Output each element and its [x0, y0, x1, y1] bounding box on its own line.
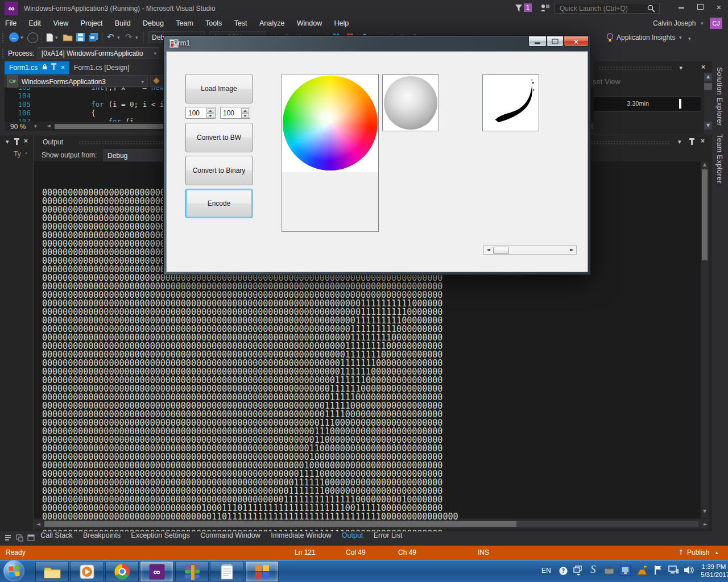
- width-stepper-down[interactable]: [206, 113, 214, 118]
- tab-call-stack[interactable]: Call Stack: [40, 531, 72, 539]
- output-vscrollbar[interactable]: ▲ ▼: [701, 161, 709, 518]
- load-image-button[interactable]: Load Image: [185, 74, 253, 103]
- save-all-icon[interactable]: [89, 33, 98, 43]
- output-hscrollbar[interactable]: ◄ ►: [34, 519, 709, 529]
- scroll-up-icon[interactable]: ▲: [704, 73, 712, 81]
- menu-window[interactable]: Window: [292, 17, 327, 30]
- convert-to-bw-button[interactable]: Convert to BW: [185, 123, 253, 152]
- menu-build[interactable]: Build: [110, 17, 136, 30]
- tab-immediate-window[interactable]: Immediate Window: [271, 531, 331, 539]
- tray-volume-icon[interactable]: [684, 566, 694, 576]
- tab-form1-cs-design[interactable]: Form1.cs [Design]: [68, 61, 135, 74]
- toolbar-drag-handle[interactable]: [2, 32, 4, 43]
- form-hscrollbar[interactable]: ◄ ►: [483, 245, 577, 255]
- tray-flag-icon[interactable]: [653, 565, 663, 577]
- output-pin-icon[interactable]: [691, 140, 693, 145]
- menu-view[interactable]: View: [48, 17, 73, 30]
- form-scroll-right-icon[interactable]: ►: [570, 247, 574, 253]
- output-scroll-down-icon[interactable]: ▼: [701, 508, 709, 515]
- tab-close-icon[interactable]: ×: [61, 64, 65, 72]
- height-stepper[interactable]: 100: [220, 107, 250, 119]
- tab-command-window[interactable]: Command Window: [200, 531, 260, 539]
- publish-caret-icon[interactable]: ▴: [715, 546, 718, 560]
- tray-network-icon[interactable]: [668, 566, 679, 576]
- tab-breakpoints[interactable]: Breakpoints: [83, 531, 121, 539]
- tray-help-icon[interactable]: ?: [559, 566, 568, 577]
- taskbar-winrar-button[interactable]: [175, 561, 209, 582]
- menu-test[interactable]: Test: [229, 17, 253, 30]
- form-hscrollbar-thumb[interactable]: [493, 247, 509, 254]
- redo-caret-icon[interactable]: ▾: [135, 35, 138, 40]
- output-scroll-right-icon[interactable]: ►: [704, 521, 708, 527]
- toolbar-overflow-icon[interactable]: ▾: [688, 36, 691, 41]
- application-insights-caret-icon[interactable]: ▾: [679, 35, 682, 40]
- form-close-button[interactable]: ×: [564, 36, 589, 47]
- width-stepper[interactable]: 100: [185, 107, 216, 119]
- notifications-icon[interactable]: [515, 4, 523, 14]
- taskbar-explorer-button[interactable]: [35, 561, 69, 582]
- tab-solution-explorer[interactable]: Solution Explorer: [715, 67, 723, 126]
- height-stepper-up[interactable]: [241, 108, 249, 113]
- start-button[interactable]: [3, 560, 24, 581]
- taskbar-chrome-button[interactable]: [105, 561, 139, 582]
- output-close-icon[interactable]: ×: [701, 137, 705, 145]
- menu-help[interactable]: Help: [329, 17, 354, 30]
- tab-error-list[interactable]: Error List: [374, 531, 403, 539]
- tray-clock[interactable]: 1:39 PM 5/31/2017: [701, 563, 727, 579]
- new-file-icon[interactable]: [46, 33, 54, 44]
- tray-briefcase-icon[interactable]: [604, 567, 614, 576]
- panel-list-icon[interactable]: [5, 534, 11, 543]
- output-hscrollbar-thumb[interactable]: [44, 521, 516, 527]
- restore-button[interactable]: [692, 0, 709, 15]
- save-icon[interactable]: [76, 33, 85, 43]
- tray-language[interactable]: EN: [541, 560, 551, 582]
- navigate-back-caret-icon[interactable]: ▾: [20, 35, 23, 40]
- new-file-caret-icon[interactable]: ▾: [55, 35, 58, 40]
- pane-close-icon[interactable]: ×: [24, 137, 28, 145]
- quick-launch-input[interactable]: Quick Launch (Ctrl+Q): [555, 3, 660, 14]
- minimize-button[interactable]: [673, 0, 690, 15]
- publish-button[interactable]: Publish: [687, 546, 709, 560]
- redo-icon[interactable]: ↷: [125, 32, 133, 42]
- tray-s-icon[interactable]: S: [590, 563, 596, 576]
- avatar[interactable]: CJ: [710, 18, 722, 29]
- taskbar-visual-studio-button[interactable]: ∞: [140, 561, 173, 582]
- menu-file[interactable]: File: [0, 17, 22, 30]
- form1-window[interactable]: Form1 × Load Image 100 100 Convert to BW…: [163, 35, 591, 275]
- process-select[interactable]: [0xA14] WindowsFormsApplicatio ▾: [38, 47, 159, 59]
- menu-tools[interactable]: Tools: [200, 17, 227, 30]
- panel-close-icon[interactable]: ×: [701, 63, 705, 71]
- tray-app-icon[interactable]: [620, 565, 631, 577]
- output-scroll-up-icon[interactable]: ▲: [701, 161, 709, 168]
- undo-icon[interactable]: ↶: [107, 32, 114, 42]
- convert-to-binary-button[interactable]: Convert to Binary: [185, 156, 253, 185]
- feedback-icon[interactable]: [540, 3, 550, 14]
- panel-menu-caret-icon[interactable]: ▾: [679, 64, 682, 72]
- user-name[interactable]: Calvin Joseph: [653, 19, 696, 27]
- pane-pin-icon[interactable]: [16, 140, 18, 145]
- tab-team-explorer[interactable]: Team Explorer: [715, 134, 723, 184]
- menu-project[interactable]: Project: [76, 17, 108, 30]
- scroll-down-icon[interactable]: ▼: [704, 122, 712, 130]
- timeline-bar[interactable]: 3:30min: [594, 97, 701, 111]
- panel-windows-icon[interactable]: [16, 534, 23, 543]
- taskbar-media-player-button[interactable]: [70, 561, 104, 582]
- output-scroll-left-icon[interactable]: ◄: [36, 521, 40, 527]
- undo-caret-icon[interactable]: ▾: [117, 35, 120, 40]
- output-source-select[interactable]: Debug ▾: [104, 149, 172, 161]
- form-minimize-button[interactable]: [528, 36, 547, 47]
- taskbar-winforms-app-button[interactable]: [245, 561, 279, 582]
- tray-security-icon[interactable]: [636, 564, 648, 577]
- encode-button[interactable]: Encode: [185, 189, 253, 218]
- taskbar-notepad-button[interactable]: [210, 561, 243, 582]
- pin-icon[interactable]: [53, 65, 55, 70]
- panel-dock-icon[interactable]: [27, 534, 35, 543]
- output-vscrollbar-thumb[interactable]: [702, 169, 708, 260]
- toolbar-drag-handle[interactable]: [2, 48, 4, 59]
- dock-scrollbar[interactable]: ▲ ▼: [704, 73, 712, 135]
- application-insights-button[interactable]: Application Insights: [617, 34, 675, 41]
- menu-team[interactable]: Team: [171, 17, 198, 30]
- navigate-back-icon[interactable]: ←: [9, 32, 19, 42]
- hscroll-left-arrow-icon[interactable]: ◄: [47, 123, 51, 128]
- notification-count-badge[interactable]: 1: [524, 3, 532, 12]
